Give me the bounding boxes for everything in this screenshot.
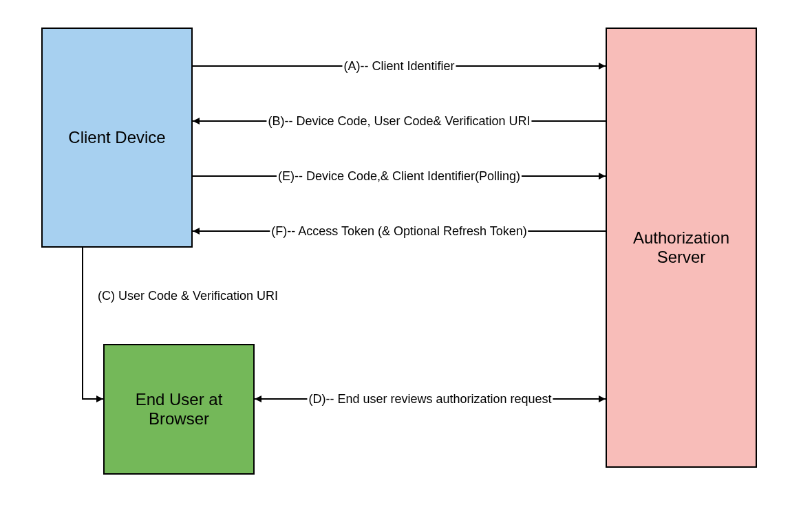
end-user-browser-box: End User at Browser	[103, 344, 255, 475]
flow-b-label: (B)-- Device Code, User Code& Verificati…	[266, 114, 531, 129]
end-user-browser-label: End User at Browser	[110, 390, 248, 429]
authorization-server-label: Authorization Server	[612, 228, 750, 267]
flow-f-label: (F)-- Access Token (& Optional Refresh T…	[270, 224, 528, 239]
flow-c-arrow	[83, 248, 103, 399]
client-device-label: Client Device	[68, 128, 165, 147]
flow-e-label: (E)-- Device Code,& Client Identifier(Po…	[277, 169, 522, 184]
authorization-server-box: Authorization Server	[606, 28, 757, 468]
flow-c-label: (C) User Code & Verification URI	[96, 289, 279, 303]
client-device-box: Client Device	[41, 28, 193, 248]
flow-d-label: (D)-- End user reviews authorization req…	[307, 392, 553, 407]
flow-a-label: (A)-- Client Identifier	[342, 59, 456, 74]
